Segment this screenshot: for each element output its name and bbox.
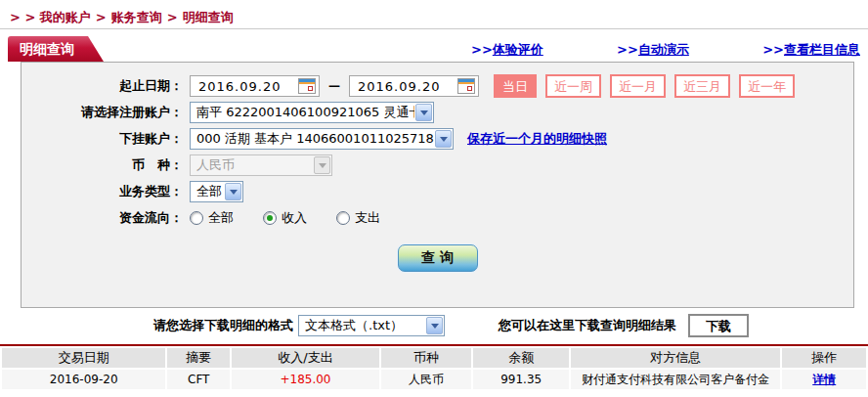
sub-account-row: 下挂账户： 000 活期 基本户 1406600101102571848 保存近… bbox=[22, 128, 853, 150]
breadcrumb-item-detail-query[interactable]: 明细查询 bbox=[183, 10, 234, 24]
date-from-value: 2016.09.20 bbox=[198, 79, 298, 94]
col-header-date: 交易日期 bbox=[2, 348, 165, 368]
radio-icon[interactable] bbox=[190, 211, 203, 225]
sub-account-value: 000 活期 基本户 1406600101102571848 bbox=[191, 129, 434, 149]
business-type-value: 全部 bbox=[191, 182, 224, 201]
radio-label: 全部 bbox=[208, 209, 234, 227]
download-format-value: 文本格式（.txt） bbox=[299, 316, 425, 335]
link-label: 自动演示 bbox=[638, 42, 689, 57]
col-header-summary: 摘要 bbox=[167, 348, 230, 368]
fund-flow-label: 资金流向： bbox=[22, 209, 183, 227]
fund-flow-radio-all[interactable]: 全部 bbox=[190, 209, 234, 227]
date-to-input[interactable]: 2016.09.20 bbox=[349, 75, 479, 97]
col-header-amount: 收入/支出 bbox=[232, 348, 379, 368]
download-format-label: 请您选择下载明细的格式 bbox=[153, 317, 293, 334]
download-hint: 您可以在这里下载查询明细结果 bbox=[499, 317, 676, 334]
col-header-counterparty: 对方信息 bbox=[571, 348, 781, 368]
cell-summary: CFT bbox=[167, 370, 230, 389]
radio-selected-icon[interactable] bbox=[263, 211, 277, 225]
breadcrumb-item-account-query[interactable]: 账务查询 bbox=[111, 10, 162, 24]
link-prefix: >> bbox=[762, 42, 784, 57]
table-row: 2016-09-20 CFT +185.00 人民币 991.35 财付通支付科… bbox=[2, 370, 866, 389]
date-to-value: 2016.09.20 bbox=[358, 79, 457, 94]
currency-label: 币 种： bbox=[22, 156, 183, 174]
quick-range-month-button[interactable]: 近一月 bbox=[610, 74, 666, 98]
radio-icon[interactable] bbox=[336, 211, 350, 225]
fund-flow-radio-expense[interactable]: 支出 bbox=[336, 209, 380, 227]
breadcrumb-separator: > bbox=[96, 10, 107, 24]
col-header-currency: 币种 bbox=[381, 348, 471, 368]
quick-range-quarter-button[interactable]: 近三月 bbox=[674, 74, 730, 98]
date-range-label: 起止日期： bbox=[22, 77, 183, 95]
currency-value: 人民币 bbox=[191, 155, 313, 175]
quick-range-buttons: 当日 近一周 近一月 近三月 近一年 bbox=[494, 74, 795, 98]
cell-action: 详情 bbox=[782, 370, 866, 389]
link-auto-demo[interactable]: >>自动演示 bbox=[617, 41, 689, 59]
cell-currency: 人民币 bbox=[381, 370, 471, 389]
tab-detail-query[interactable]: 明细查询 bbox=[8, 36, 104, 62]
register-account-select[interactable]: 南平 6222001406100921065 灵通卡 bbox=[190, 102, 434, 123]
chevron-down-icon[interactable] bbox=[435, 130, 452, 148]
transaction-table: 交易日期 摘要 收入/支出 币种 余额 对方信息 操作 2016-09-20 C… bbox=[0, 346, 868, 391]
col-header-balance: 余额 bbox=[473, 348, 569, 368]
breadcrumb: > > 我的账户>账务查询>明细查询 bbox=[0, 0, 868, 28]
breadcrumb-separator: > bbox=[167, 10, 178, 24]
chevron-down-icon[interactable] bbox=[225, 183, 241, 200]
chevron-down-icon[interactable] bbox=[426, 317, 443, 334]
calendar-icon[interactable] bbox=[298, 78, 316, 94]
register-account-value: 南平 6222001406100921065 灵通卡 bbox=[191, 103, 414, 122]
header-links: >>体验评价 >>自动演示 >>查看栏目信息 bbox=[471, 41, 860, 59]
download-row: 请您选择下载明细的格式 文本格式（.txt） 您可以在这里下载查询明细结果 下载 bbox=[153, 314, 868, 337]
table-header-row: 交易日期 摘要 收入/支出 币种 余额 对方信息 操作 bbox=[2, 348, 866, 368]
snapshot-link[interactable]: 保存近一个月的明细快照 bbox=[467, 130, 607, 148]
query-form-panel: 起止日期： 2016.09.20 — 2016.09.20 当日 近一周 近一月… bbox=[21, 62, 854, 308]
divider-line bbox=[0, 28, 868, 29]
chevron-down-icon[interactable] bbox=[415, 104, 432, 121]
detail-link[interactable]: 详情 bbox=[812, 373, 836, 386]
cell-date: 2016-09-20 bbox=[2, 370, 165, 389]
date-range-row: 起止日期： 2016.09.20 — 2016.09.20 当日 近一周 近一月… bbox=[22, 75, 853, 97]
business-type-row: 业务类型： 全部 bbox=[22, 181, 853, 202]
date-separator: — bbox=[328, 79, 340, 93]
fund-flow-row: 资金流向： 全部 收入 支出 bbox=[22, 207, 853, 229]
link-prefix: >> bbox=[471, 42, 493, 57]
calendar-icon[interactable] bbox=[457, 78, 475, 94]
currency-select-disabled: 人民币 bbox=[190, 154, 332, 176]
breadcrumb-prefix: > > bbox=[10, 10, 35, 24]
tab-label: 明细查询 bbox=[20, 41, 74, 57]
download-button[interactable]: 下载 bbox=[688, 314, 749, 337]
download-format-select[interactable]: 文本格式（.txt） bbox=[298, 315, 445, 336]
link-view-column-info[interactable]: >>查看栏目信息 bbox=[762, 41, 860, 59]
page: > > 我的账户>账务查询>明细查询 明细查询 >>体验评价 >>自动演示 >>… bbox=[0, 0, 868, 391]
cell-balance: 991.35 bbox=[473, 370, 569, 389]
fund-flow-radio-income[interactable]: 收入 bbox=[263, 209, 307, 227]
sub-account-label: 下挂账户： bbox=[22, 130, 183, 148]
sub-account-select[interactable]: 000 活期 基本户 1406600101102571848 bbox=[190, 128, 454, 150]
col-header-action: 操作 bbox=[782, 348, 866, 368]
cell-counterparty: 财付通支付科技有限公司客户备付金 bbox=[571, 370, 781, 389]
breadcrumb-item-my-account[interactable]: 我的账户 bbox=[40, 10, 91, 24]
radio-label: 收入 bbox=[282, 209, 307, 227]
quick-range-today-button[interactable]: 当日 bbox=[494, 74, 537, 98]
quick-range-year-button[interactable]: 近一年 bbox=[739, 74, 795, 98]
link-experience-review[interactable]: >>体验评价 bbox=[471, 41, 543, 59]
cell-amount: +185.00 bbox=[232, 370, 379, 389]
date-from-input[interactable]: 2016.09.20 bbox=[190, 75, 320, 97]
link-label: 查看栏目信息 bbox=[784, 42, 860, 57]
query-button[interactable]: 查 询 bbox=[398, 244, 478, 272]
link-prefix: >> bbox=[617, 42, 638, 57]
query-button-row: 查 询 bbox=[22, 244, 853, 272]
radio-label: 支出 bbox=[355, 209, 380, 227]
currency-row: 币 种： 人民币 bbox=[22, 154, 853, 176]
business-type-select[interactable]: 全部 bbox=[190, 181, 243, 202]
link-label: 体验评价 bbox=[493, 42, 543, 57]
chevron-down-icon bbox=[314, 156, 330, 174]
register-account-row: 请选择注册账户： 南平 6222001406100921065 灵通卡 bbox=[22, 102, 853, 123]
register-account-label: 请选择注册账户： bbox=[22, 104, 183, 121]
quick-range-week-button[interactable]: 近一周 bbox=[545, 74, 601, 98]
business-type-label: 业务类型： bbox=[22, 183, 183, 200]
tab-bar: 明细查询 >>体验评价 >>自动演示 >>查看栏目信息 bbox=[0, 36, 868, 62]
